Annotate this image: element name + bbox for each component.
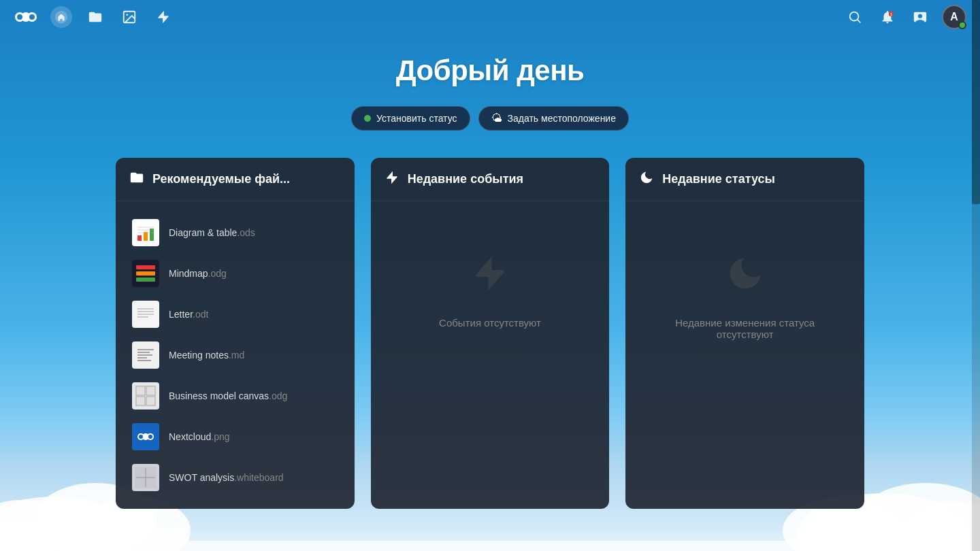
nav-home-icon[interactable] [50,6,72,28]
events-card-title: Недавние события [408,172,523,186]
events-empty-state: События отсутствуют [382,212,599,369]
statuses-moon-icon [639,170,654,188]
file-name: Letter.odt [169,309,208,320]
list-item[interactable]: Mindmap.odg [127,253,344,294]
svg-point-52 [148,435,152,439]
set-location-button[interactable]: 🌤 Задать местоположение [478,106,629,131]
nav-activity-icon[interactable] [152,6,174,28]
list-item[interactable]: Diagram & table.ods [127,212,344,253]
set-status-label: Установить статус [376,113,457,124]
file-name: SWOT analysis.whiteboard [169,472,284,483]
svg-rect-8 [0,541,980,551]
topbar: 1 A [0,0,980,34]
events-card-header: Недавние события [371,158,610,201]
svg-rect-22 [144,232,148,241]
events-lightning-icon [385,170,399,188]
file-name: Mindmap.odg [169,268,227,279]
svg-point-16 [126,14,128,16]
file-thumb-md [132,341,159,369]
svg-text:1: 1 [890,12,892,16]
statuses-card: Недавние статусы Недавние изменения стат… [625,158,864,509]
svg-point-51 [139,435,143,439]
files-card-header: Рекомендуемые фай... [116,158,355,201]
set-location-label: Задать местоположение [508,113,616,124]
avatar[interactable]: A [942,5,966,29]
status-dot [364,115,371,122]
svg-rect-29 [136,271,155,276]
topbar-right: 1 A [844,5,966,29]
svg-rect-21 [137,235,142,241]
avatar-letter: A [950,11,958,23]
statuses-card-header: Недавние статусы [625,158,864,201]
statuses-empty-text: Недавние изменения статуса отсутствуют [650,317,840,340]
cards-row: Рекомендуемые фай... [48,158,932,509]
statuses-empty-state: Недавние изменения статуса отсутствуют [636,212,853,381]
status-buttons-row: Установить статус 🌤 Задать местоположени… [351,106,629,131]
file-name: Diagram & table.ods [169,227,255,238]
svg-rect-42 [135,385,157,407]
scrollbar[interactable] [972,0,980,551]
files-card-title: Рекомендуемые фай... [152,172,290,186]
file-thumb-ods [132,219,159,246]
topbar-left [14,5,174,29]
avatar-status-badge [958,21,966,29]
scrollbar-thumb[interactable] [972,0,980,204]
set-status-button[interactable]: Установить статус [351,106,470,131]
nav-photos-icon[interactable] [118,6,140,28]
svg-rect-23 [150,229,154,241]
file-thumb-odt [132,301,159,328]
svg-rect-30 [136,278,155,282]
files-folder-icon [129,170,144,188]
svg-point-12 [17,14,22,20]
file-thumb-png [132,423,159,450]
events-card: Недавние события События отсутствуют [371,158,610,509]
file-thumb-whiteboard [132,464,159,491]
statuses-empty-icon [725,253,766,303]
file-name: Business model canvas.odg [169,390,287,401]
files-card: Рекомендуемые фай... [116,158,355,509]
contacts-icon[interactable] [909,6,931,28]
greeting-text: Добрый день [396,54,585,87]
statuses-card-title: Недавние статусы [662,172,775,186]
events-card-body: События отсутствуют [371,201,610,380]
events-empty-text: События отсутствуют [439,317,541,329]
statuses-card-body: Недавние изменения статуса отсутствуют [625,201,864,392]
list-item[interactable]: SWOT analysis.whiteboard [127,457,344,498]
main-content: Добрый день Установить статус 🌤 Задать м… [0,34,980,509]
files-card-body: Diagram & table.ods Mindmap.od [116,201,355,509]
search-icon[interactable] [844,6,866,28]
file-name: Meeting notes.md [169,350,244,361]
list-item[interactable]: Nextcloud.png [127,416,344,457]
nextcloud-logo[interactable] [14,5,38,29]
list-item[interactable]: Letter.odt [127,294,344,335]
list-item[interactable]: Meeting notes.md [127,335,344,375]
events-empty-icon [470,253,510,303]
file-thumb-mindmap [132,260,159,287]
list-item[interactable]: Business model canvas.odg [127,375,344,416]
file-thumb-canvas [132,382,159,410]
notifications-icon[interactable]: 1 [877,6,898,28]
svg-point-13 [29,14,35,20]
location-emoji: 🌤 [491,112,502,124]
file-name: Nextcloud.png [169,431,230,442]
nav-files-icon[interactable] [84,6,106,28]
svg-rect-28 [136,265,155,269]
